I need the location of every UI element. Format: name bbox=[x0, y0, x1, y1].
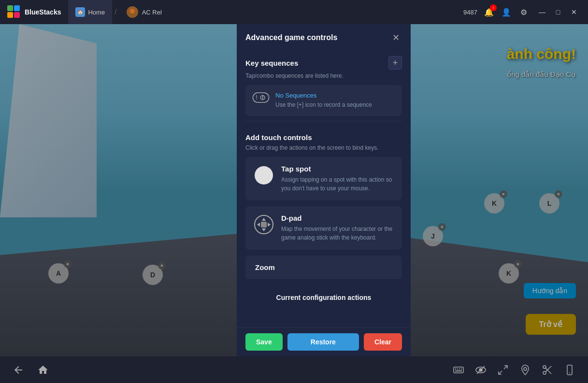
advanced-controls-modal: Advanced game controls ✕ Key sequences +… bbox=[237, 24, 411, 356]
maximize-button[interactable]: □ bbox=[551, 5, 565, 19]
notification-badge: ! bbox=[490, 4, 497, 11]
tap-spot-name: Tap spot bbox=[281, 165, 394, 173]
tap-spot-desc: Assign tapping on a spot with this actio… bbox=[281, 175, 394, 193]
tab-home-label: Home bbox=[88, 9, 105, 16]
svg-rect-13 bbox=[459, 369, 460, 369]
app-logo: BlueStacks bbox=[0, 5, 68, 19]
tap-spot-card[interactable]: Tap spot Assign tapping on a spot with t… bbox=[245, 157, 402, 200]
top-bar-right: 9487 🔔 ! 👤 ⚙ — □ ✕ bbox=[456, 5, 588, 19]
tab-game-label: AC Rel bbox=[142, 9, 162, 16]
svg-rect-0 bbox=[7, 5, 13, 11]
zoom-label: Zoom bbox=[255, 263, 275, 271]
instance-number: 9487 bbox=[463, 9, 477, 16]
svg-rect-15 bbox=[455, 370, 462, 371]
svg-line-20 bbox=[499, 371, 502, 374]
current-config-section: Current configuration actions bbox=[245, 285, 402, 309]
svg-rect-1 bbox=[14, 5, 20, 11]
home-button[interactable] bbox=[34, 361, 52, 379]
top-bar: BlueStacks 🏠 Home / AC Rel 9487 🔔 ! 👤 ⚙ … bbox=[0, 0, 588, 24]
current-config-title: Current configuration actions bbox=[245, 289, 402, 306]
window-controls: — □ ✕ bbox=[535, 5, 581, 19]
game-tab-icon bbox=[127, 6, 138, 18]
svg-line-19 bbox=[504, 366, 507, 369]
no-sequences-box: ! No Sequences Use the [+] icon to recor… bbox=[245, 85, 402, 116]
svg-rect-11 bbox=[455, 369, 456, 369]
add-sequence-button[interactable]: + bbox=[388, 56, 402, 70]
svg-rect-12 bbox=[457, 369, 458, 369]
svg-rect-14 bbox=[461, 369, 462, 369]
scissors-icon[interactable] bbox=[539, 361, 556, 379]
fullscreen-icon[interactable] bbox=[494, 361, 512, 379]
home-tab-icon: 🏠 bbox=[75, 7, 85, 17]
tap-spot-text: Tap spot Assign tapping on a spot with t… bbox=[281, 165, 394, 193]
dpad-text: D-pad Map the movement of your character… bbox=[281, 214, 394, 242]
no-sequences-title: No Sequences bbox=[275, 92, 395, 99]
modal-title: Advanced game controls bbox=[245, 33, 337, 42]
svg-rect-3 bbox=[14, 12, 20, 18]
svg-rect-10 bbox=[454, 367, 463, 373]
minimize-button[interactable]: — bbox=[535, 5, 549, 19]
touch-controls-title: Add touch controls bbox=[245, 133, 312, 142]
bluestacks-logo-icon bbox=[7, 5, 21, 19]
svg-rect-27 bbox=[567, 365, 572, 375]
eye-icon[interactable] bbox=[472, 361, 489, 379]
modal-close-button[interactable]: ✕ bbox=[389, 31, 402, 44]
account-icon[interactable]: 👤 bbox=[501, 6, 512, 18]
bottom-bar bbox=[0, 356, 588, 383]
no-sequences-text: No Sequences Use the [+] icon to record … bbox=[275, 92, 395, 109]
location-icon[interactable] bbox=[516, 361, 534, 379]
section-divider-1 bbox=[245, 121, 402, 121]
settings-icon[interactable]: ⚙ bbox=[518, 6, 530, 18]
tab-divider: / bbox=[112, 8, 119, 16]
dpad-desc: Map the movement of your character or th… bbox=[281, 225, 394, 242]
modal-footer: Save Restore Clear bbox=[237, 327, 411, 356]
touch-controls-desc: Click or drag the actions on the screen … bbox=[245, 144, 402, 151]
no-sequences-description: Use the [+] icon to record a sequence bbox=[275, 101, 395, 109]
key-sequences-desc: Tap/combo sequences are listed here. bbox=[245, 72, 402, 79]
svg-point-21 bbox=[524, 368, 527, 370]
modal-body: Key sequences + Tap/combo sequences are … bbox=[237, 49, 411, 327]
tab-game[interactable]: AC Rel bbox=[119, 0, 169, 24]
modal-header: Advanced game controls ✕ bbox=[237, 24, 411, 49]
svg-rect-2 bbox=[7, 12, 13, 18]
zoom-card[interactable]: Zoom bbox=[245, 255, 402, 279]
back-button[interactable] bbox=[10, 361, 27, 379]
mobile-icon[interactable] bbox=[561, 361, 578, 379]
key-sequences-header: Key sequences + bbox=[245, 49, 402, 70]
svg-text:!: ! bbox=[256, 94, 258, 101]
svg-point-5 bbox=[130, 9, 135, 14]
save-button[interactable]: Save bbox=[245, 333, 283, 351]
keyboard-icon[interactable] bbox=[450, 361, 467, 379]
dpad-card[interactable]: D-pad Map the movement of your character… bbox=[245, 206, 402, 250]
dpad-name: D-pad bbox=[281, 214, 394, 222]
svg-point-23 bbox=[543, 371, 546, 374]
clear-button[interactable]: Clear bbox=[364, 333, 402, 351]
tab-home[interactable]: 🏠 Home bbox=[68, 0, 112, 24]
dpad-icon bbox=[253, 214, 274, 235]
touch-controls-header: Add touch controls bbox=[245, 126, 402, 142]
tap-spot-icon bbox=[253, 165, 274, 186]
close-button[interactable]: ✕ bbox=[567, 5, 581, 19]
no-sequences-icon: ! bbox=[252, 92, 270, 103]
bottom-right-icons bbox=[450, 361, 578, 379]
restore-button[interactable]: Restore bbox=[287, 333, 359, 351]
app-title: BlueStacks bbox=[25, 8, 61, 16]
bottom-left-icons bbox=[10, 361, 52, 379]
key-sequences-title: Key sequences bbox=[245, 59, 298, 67]
notification-icon[interactable]: 🔔 ! bbox=[483, 6, 495, 18]
svg-line-25 bbox=[548, 371, 551, 374]
